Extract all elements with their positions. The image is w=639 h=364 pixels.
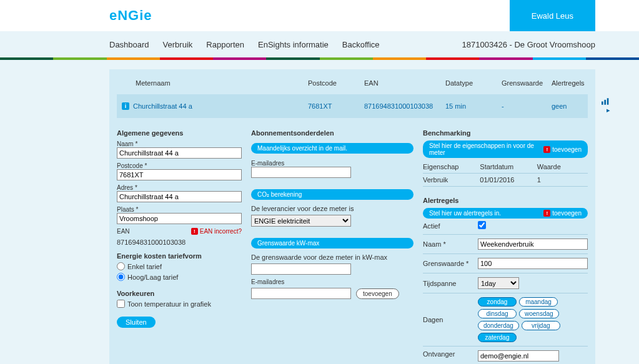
nav-rapporten[interactable]: Rapporten: [206, 40, 244, 49]
bench-title: Benchmarking: [423, 129, 588, 137]
svg-rect-1: [604, 100, 606, 105]
ontvanger-input[interactable]: [478, 350, 559, 362]
email-input[interactable]: [251, 167, 351, 178]
enkel-tarief-label: Enkel tarief: [127, 263, 162, 270]
tijdspanne-select[interactable]: 1day: [478, 277, 519, 289]
actief-checkbox[interactable]: [478, 221, 486, 229]
bench-r-waarde: 1: [537, 176, 588, 184]
adres-input[interactable]: [117, 191, 242, 202]
co2-pill: CO₂ berekening: [251, 189, 414, 200]
day-dinsdag[interactable]: dinsdag: [478, 309, 517, 318]
day-zondag[interactable]: zondag: [478, 297, 517, 307]
bench-h-waarde: Waarde: [537, 163, 588, 170]
th-postcode: Postcode: [304, 79, 360, 87]
nav-verbruik[interactable]: Verbruik: [163, 40, 193, 49]
general-title: Algemene gegevens: [117, 129, 242, 137]
naam-label: Naam: [117, 140, 242, 147]
ean-value: 871694831000103038: [117, 239, 242, 246]
user-name-badge[interactable]: Ewald Leus: [510, 0, 595, 31]
row-meternaam: Churchillstraat 44 a: [133, 102, 192, 110]
row-ean: 871694831000103038: [360, 102, 442, 110]
dagen-label: Dagen: [423, 316, 473, 323]
svg-rect-0: [602, 102, 603, 105]
nav-ensights[interactable]: EnSights informatie: [258, 40, 329, 49]
nav-dashboard[interactable]: Dashboard: [109, 40, 149, 49]
bench-r-eigenschap: Verbruik: [423, 176, 473, 184]
alert-gw-label: Grenswaarde *: [423, 260, 473, 267]
plaats-input[interactable]: [117, 213, 242, 224]
th-grenswaarde: Grenswaarde: [498, 79, 548, 87]
day-zaterdag[interactable]: zaterdag: [478, 333, 517, 342]
alert-title: Alertregels: [423, 197, 588, 204]
bench-row[interactable]: Verbruik 01/01/2016 1: [423, 174, 588, 187]
voorkeuren-title: Voorkeuren: [117, 290, 242, 297]
day-maandag[interactable]: maandag: [519, 297, 558, 307]
bench-h-eigenschap: Eigenschap: [423, 163, 473, 170]
th-datatype: Datatype: [442, 79, 498, 87]
meter-table-header: Meternaam Postcode EAN Datatype Grenswaa…: [117, 74, 588, 94]
alert-pill: Stel hier uw alertregels in. !toevoegen: [423, 208, 588, 219]
alert-naam-label: Naam *: [423, 240, 473, 248]
days-group: zondagmaandagdinsdagwoensdagdonderdagvri…: [478, 297, 588, 342]
chart-icon[interactable]: [602, 99, 610, 106]
toevoegen-button[interactable]: toevoegen: [356, 288, 399, 299]
gw-pill: Grenswaarde kW-max: [251, 238, 414, 248]
svg-rect-2: [607, 98, 609, 105]
naam-input[interactable]: [117, 147, 242, 159]
abon-pill: Maandelijks overzicht in de mail.: [251, 143, 414, 154]
rainbow-divider: [0, 57, 639, 60]
alert-gw-input[interactable]: [478, 258, 588, 269]
sluiten-button[interactable]: Sluiten: [117, 317, 156, 328]
abon-title: Abonnementsonderdelen: [251, 129, 414, 137]
alert-pill-text: Stel hier uw alertregels in.: [429, 210, 501, 217]
leverancier-select[interactable]: ENGIE elektriciteit: [251, 215, 351, 227]
postcode-label: Postcode: [117, 162, 242, 169]
row-datatype: 15 min: [442, 102, 498, 110]
bench-pill-text: Stel hier de eigenschappen in voor de me…: [429, 142, 543, 156]
main-nav: Dashboard Verbruik Rapporten EnSights in…: [109, 40, 380, 49]
tijdspanne-label: Tijdspanne: [423, 280, 473, 287]
gw-input[interactable]: [251, 263, 351, 275]
row-postcode: 7681XT: [304, 102, 360, 110]
th-alertregels: Alertregels: [548, 79, 598, 87]
info-icon: i: [122, 102, 129, 110]
email2-label: E-mailadres: [251, 278, 414, 285]
adres-label: Adres: [117, 184, 242, 191]
hooglaag-tarief-radio[interactable]: [117, 273, 125, 281]
day-vrijdag[interactable]: vrijdag: [522, 321, 560, 330]
alert-toevoegen[interactable]: !toevoegen: [543, 210, 582, 217]
day-donderdag[interactable]: donderdag: [478, 321, 519, 330]
plaats-label: Plaats: [117, 206, 242, 213]
ean-label: EAN: [117, 228, 130, 235]
enkel-tarief-radio[interactable]: [117, 262, 125, 270]
hooglaag-tarief-label: Hoog/Laag tarief: [127, 273, 178, 281]
bench-r-startdatum: 01/01/2016: [480, 176, 530, 184]
meter-row[interactable]: i Churchillstraat 44 a 7681XT 8716948310…: [117, 94, 588, 118]
account-label: 1871003426 - De Groot Vroomshoop: [462, 40, 595, 49]
alert-naam-input[interactable]: [478, 239, 588, 250]
chevron-right-icon[interactable]: ▸: [607, 106, 610, 114]
brand-logo: eNGie: [109, 7, 152, 24]
email2-input[interactable]: [251, 288, 351, 299]
leverancier-text: De leverancier voor deze meter is: [251, 205, 414, 212]
toon-temp-checkbox[interactable]: [117, 300, 125, 308]
gw-text: De grenswaarde voor deze meter in kW-max: [251, 253, 414, 261]
day-woensdag[interactable]: woensdag: [519, 309, 559, 318]
ontvanger-label: Ontvanger: [423, 350, 473, 358]
toon-temp-label: Toon temperatuur in grafiek: [127, 300, 211, 308]
row-alert: geen: [548, 102, 598, 110]
actief-label: Actief: [423, 222, 473, 230]
th-meternaam: Meternaam: [117, 79, 304, 87]
postcode-input[interactable]: [117, 169, 242, 180]
th-ean: EAN: [360, 79, 442, 87]
bench-toevoegen[interactable]: !toevoegen: [543, 146, 582, 153]
email-label: E-mailadres: [251, 160, 414, 167]
nav-backoffice[interactable]: Backoffice: [342, 40, 380, 49]
row-grenswaarde: -: [498, 102, 548, 110]
bench-pill: Stel hier de eigenschappen in voor de me…: [423, 140, 588, 158]
bench-h-startdatum: Startdatum: [480, 163, 530, 170]
ean-incorrect-link[interactable]: !EAN incorrect?: [191, 228, 242, 235]
tarief-title: Energie kosten tariefvorm: [117, 252, 242, 260]
